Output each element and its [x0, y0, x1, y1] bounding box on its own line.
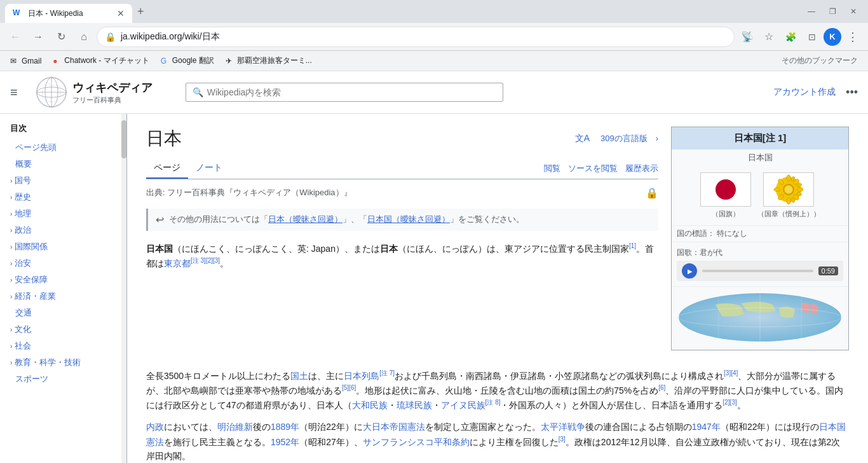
tokyo-link[interactable]: 東京都	[164, 258, 191, 268]
sidebar-button[interactable]: ⊡	[802, 27, 822, 47]
toc-item-security[interactable]: › 治安	[0, 255, 126, 272]
bookmark-google-translate[interactable]: G Google 翻訳	[156, 53, 219, 69]
restore-button[interactable]: ❐	[823, 4, 843, 18]
toc-item-transport[interactable]: 交通	[0, 305, 126, 321]
more-bookmarks[interactable]: その他のブックマーク	[776, 53, 863, 69]
view-source-btn[interactable]: ソースを閲覧	[568, 163, 618, 174]
search-icon: 🔍	[193, 87, 203, 97]
back-button[interactable]: ←	[5, 27, 25, 47]
toc-item-sports[interactable]: スポーツ	[0, 371, 126, 387]
chevron-icon: ›	[10, 194, 12, 201]
toc-label-education: 教育・科学・技術	[15, 357, 81, 368]
refresh-button[interactable]: ↻	[51, 27, 71, 47]
wiki-tagline: フリー百科事典	[72, 95, 153, 105]
view-read-btn[interactable]: 閲覧	[544, 163, 560, 174]
sidebar-scrollbar-thumb[interactable]	[121, 120, 126, 158]
hatnote-link1[interactable]: 日本（曖昧さ回避）	[268, 214, 342, 224]
wiki-header: ≡ ウィキペディア フリー百科事典	[0, 71, 868, 114]
year-1952-link[interactable]: 1952年	[271, 436, 299, 446]
year-1947-link[interactable]: 1947年	[692, 422, 721, 432]
toc-item-culture[interactable]: › 文化	[0, 321, 126, 338]
toc-item-geo[interactable]: › 地理	[0, 205, 126, 222]
toc-label-history: 歴史	[15, 191, 31, 203]
account-create-button[interactable]: アカウント作成	[773, 86, 836, 98]
archipelago-link[interactable]: 日本列島	[344, 371, 379, 381]
tab-page[interactable]: ページ	[146, 158, 188, 179]
audio-progress-bar[interactable]	[702, 270, 813, 272]
ref-note8[interactable]: [注 8]	[485, 399, 501, 406]
ref-3b[interactable]: [3]	[559, 436, 566, 443]
year-1889-link[interactable]: 1889年	[271, 422, 299, 432]
toc-item-name[interactable]: › 国号	[0, 172, 126, 189]
yamato-link[interactable]: 大和民族	[352, 400, 388, 410]
bookmark-airport-label: 那覇空港旅客ターミ...	[237, 55, 312, 66]
close-button[interactable]: ✕	[844, 4, 863, 18]
toc-item-overview[interactable]: 概要	[0, 156, 126, 172]
bookmark-chatwork-label: Chatwork - マイチャット	[64, 55, 149, 66]
search-input[interactable]	[207, 87, 496, 97]
toc-label-economy: 経済・産業	[15, 291, 56, 302]
lock-small-icon: 🔒	[646, 187, 658, 199]
toc-item-politics[interactable]: › 政治	[0, 222, 126, 238]
toc-item-top[interactable]: ページ先頭	[0, 139, 126, 156]
chevron-icon: ›	[10, 326, 12, 333]
tab-talk[interactable]: ノート	[188, 158, 230, 179]
article-view-tabs: 閲覧 ソースを閲覧 履歴表示	[544, 163, 658, 174]
ainu-link[interactable]: アイヌ民族	[441, 400, 485, 410]
ref-note3[interactable]: [注 3]	[191, 257, 206, 264]
new-tab-button[interactable]: +	[132, 3, 149, 21]
page-content: ≡ ウィキペディア フリー百科事典	[0, 71, 868, 463]
menu-button[interactable]: ⋮	[843, 27, 863, 47]
toc-item-society[interactable]: › 社会	[0, 338, 126, 354]
toc-item-defense[interactable]: › 安全保障	[0, 272, 126, 288]
hamburger-menu-icon[interactable]: ≡	[10, 85, 18, 100]
ref-note7[interactable]: [注 7]	[379, 370, 395, 377]
sidebar-scrollbar[interactable]	[121, 114, 126, 463]
ryukyu-link[interactable]: 琉球民族	[397, 400, 432, 410]
home-button[interactable]: ⌂	[74, 27, 94, 47]
toc-item-intl[interactable]: › 国際関係	[0, 238, 126, 255]
active-tab[interactable]: W 日本 - Wikipedia ✕	[5, 4, 132, 23]
kokudo-link[interactable]: 国土	[290, 371, 308, 381]
profile-button[interactable]: K	[824, 28, 841, 46]
ref-23[interactable]: [2][3]	[722, 399, 736, 406]
language-button[interactable]: 文A 309の言語版 ›	[575, 133, 658, 144]
hatnote-link2[interactable]: 日本国（曖昧さ回避）	[367, 214, 450, 224]
ref-34[interactable]: [3][4]	[724, 370, 738, 377]
minimize-button[interactable]: —	[801, 4, 822, 18]
ref-1[interactable]: [1]	[629, 242, 636, 249]
bookmark-gmail[interactable]: ✉ Gmail	[5, 54, 46, 68]
wiki-logo-area: ウィキペディア フリー百科事典	[36, 76, 163, 108]
cast-button[interactable]: 📡	[737, 27, 757, 47]
bookmark-chatwork[interactable]: ● Chatwork - マイチャット	[48, 53, 154, 69]
address-bar[interactable]: 🔒 ja.wikipedia.org/wiki/日本	[97, 27, 735, 47]
audio-player[interactable]: ▶ 0:59	[677, 261, 843, 281]
wiki-more-button[interactable]: •••	[846, 86, 858, 99]
japan-flag[interactable]	[700, 172, 751, 207]
forward-button[interactable]: →	[28, 27, 48, 47]
pacific-war-link[interactable]: 太平洋戦争	[541, 422, 585, 432]
extension-button[interactable]: 🧩	[780, 27, 801, 47]
wiki-search-box[interactable]: 🔍	[186, 83, 503, 102]
ref-6[interactable]: [6]	[658, 384, 665, 391]
domestic-policy-link[interactable]: 内政	[146, 422, 164, 432]
view-history-btn[interactable]: 履歴表示	[625, 163, 658, 174]
toc-label-geo: 地理	[15, 208, 31, 219]
toc-item-history[interactable]: › 歴史	[0, 189, 126, 205]
meiji-constitution-link[interactable]: 大日本帝国憲法	[363, 422, 425, 432]
toc-item-economy[interactable]: › 経済・産業	[0, 288, 126, 305]
tab-close-btn[interactable]: ✕	[117, 8, 125, 18]
ref-56[interactable]: [5][6]	[342, 384, 356, 391]
toc-item-education[interactable]: › 教育・科学・技術	[0, 354, 126, 371]
bookmark-star-button[interactable]: ☆	[759, 27, 779, 47]
sf-treaty-link[interactable]: サンフランシスコ平和条約	[363, 436, 470, 446]
wiki-globe-svg	[36, 76, 67, 108]
airport-favicon: ✈	[226, 57, 234, 66]
toc-label-intl: 国際関係	[15, 241, 48, 252]
meiji-link[interactable]: 明治維新	[217, 422, 253, 432]
ref-2[interactable]: [2]	[206, 257, 213, 264]
ref-3[interactable]: [3]	[213, 257, 220, 264]
play-button[interactable]: ▶	[682, 263, 697, 279]
japan-emblem[interactable]	[763, 172, 814, 207]
bookmark-airport[interactable]: ✈ 那覇空港旅客ターミ...	[220, 53, 317, 69]
